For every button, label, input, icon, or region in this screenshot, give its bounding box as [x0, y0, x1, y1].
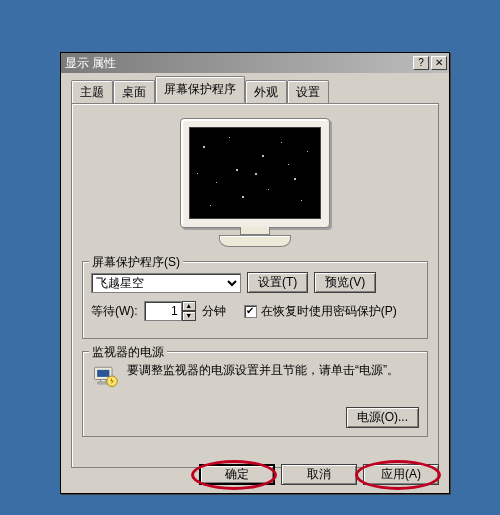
wait-spinner[interactable]: ▲ ▼ — [144, 301, 196, 321]
power-group-title: 监视器的电源 — [89, 344, 167, 361]
ok-button[interactable]: 确定 — [199, 464, 275, 485]
password-checkbox[interactable]: ✔ 在恢复时使用密码保护(P) — [244, 303, 397, 320]
screensaver-group: 屏幕保护程序(S) 飞越星空 设置(T) 预览(V) 等待(W): ▲ ▼ — [82, 261, 428, 339]
cancel-button[interactable]: 取消 — [281, 464, 357, 485]
wait-label: 等待(W): — [91, 303, 138, 320]
power-group: 监视器的电源 要调整监视器的电源设置并且节能，请单击“电源”。 — [82, 351, 428, 437]
screensaver-settings-button[interactable]: 设置(T) — [247, 272, 308, 293]
screensaver-select[interactable]: 飞越星空 — [91, 273, 241, 293]
power-icon — [91, 362, 119, 390]
tab-screensaver[interactable]: 屏幕保护程序 — [155, 76, 245, 103]
screensaver-preview-button[interactable]: 预览(V) — [314, 272, 376, 293]
monitor-stand-base — [219, 235, 291, 247]
tab-strip: 主题 桌面 屏幕保护程序 外观 设置 — [71, 81, 439, 103]
wait-spin-up[interactable]: ▲ — [182, 301, 196, 311]
close-button[interactable]: ✕ — [431, 56, 447, 70]
tab-theme[interactable]: 主题 — [71, 80, 113, 104]
tab-settings[interactable]: 设置 — [287, 80, 329, 104]
apply-button[interactable]: 应用(A) — [363, 464, 439, 485]
wait-spin-down[interactable]: ▼ — [182, 311, 196, 321]
help-button[interactable]: ? — [413, 56, 429, 70]
svg-rect-1 — [97, 370, 109, 377]
password-checkbox-label: 在恢复时使用密码保护(P) — [261, 303, 397, 320]
tab-panel: 屏幕保护程序(S) 飞越星空 设置(T) 预览(V) 等待(W): ▲ ▼ — [71, 103, 439, 468]
tab-appearance[interactable]: 外观 — [245, 80, 287, 104]
wait-unit: 分钟 — [202, 303, 226, 320]
monitor-screen — [189, 127, 321, 219]
window-body: 主题 桌面 屏幕保护程序 外观 设置 — [61, 73, 449, 478]
monitor-bezel — [180, 118, 330, 228]
wait-input[interactable] — [144, 301, 182, 321]
checkbox-icon: ✔ — [244, 305, 257, 318]
monitor-stand-neck — [240, 227, 270, 235]
dialog-buttons: 确定 取消 应用(A) — [199, 464, 439, 485]
display-properties-window: 显示 属性 ? ✕ 主题 桌面 屏幕保护程序 外观 设置 — [60, 52, 450, 494]
tab-desktop[interactable]: 桌面 — [113, 80, 155, 104]
titlebar[interactable]: 显示 属性 ? ✕ — [61, 53, 449, 73]
screensaver-group-title: 屏幕保护程序(S) — [89, 254, 183, 271]
power-desc: 要调整监视器的电源设置并且节能，请单击“电源”。 — [127, 362, 419, 390]
power-button[interactable]: 电源(O)... — [346, 407, 419, 428]
window-title: 显示 属性 — [65, 55, 411, 72]
monitor-preview — [82, 118, 428, 247]
